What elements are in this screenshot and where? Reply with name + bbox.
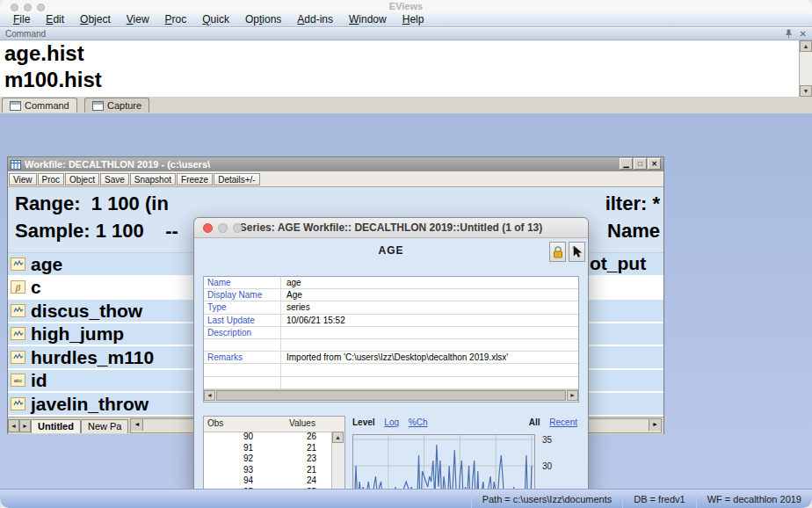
- menu-addins[interactable]: Add-ins: [289, 13, 341, 25]
- obs-row[interactable]: 9223: [204, 454, 332, 465]
- property-value: [281, 327, 578, 338]
- obs-row[interactable]: 9121: [204, 443, 332, 454]
- pointer-button[interactable]: [569, 242, 585, 262]
- command-input-area[interactable]: age.hist m100.hist ▲ ▼: [0, 40, 812, 98]
- page-tab-newpage[interactable]: New Pa: [81, 419, 129, 433]
- property-row[interactable]: [204, 364, 578, 376]
- scroll-left-icon[interactable]: ◄: [204, 390, 215, 401]
- workfile-range: Range: 1 100 (in: [15, 192, 169, 215]
- wf-toolbar-proc[interactable]: Proc: [38, 173, 65, 185]
- link-level[interactable]: Level: [352, 417, 375, 427]
- menu-view[interactable]: View: [119, 13, 157, 25]
- obs-row[interactable]: 9424: [204, 475, 332, 487]
- scroll-up-icon[interactable]: ▲: [332, 432, 344, 443]
- dialog-zoom-button[interactable]: [233, 223, 243, 233]
- property-value: [281, 377, 578, 388]
- properties-rows: NameageDisplay NameAgeTypeseriesLast Upd…: [204, 277, 578, 389]
- lock-button[interactable]: [549, 242, 566, 262]
- workfile-titlebar[interactable]: Workfile: DECALTHLON 2019 - (c:\users\ ▁…: [8, 157, 663, 171]
- obs-row[interactable]: 9321: [204, 465, 332, 476]
- workfile-toolbar: ViewProcObjectSaveSnapshotFreezeDetails+…: [8, 171, 663, 187]
- status-path[interactable]: Path = c:\users\Izz\documents: [471, 490, 623, 508]
- property-row[interactable]: Last Update10/06/21 15:52: [204, 315, 578, 327]
- wf-toolbar-details[interactable]: Details+/-: [214, 173, 260, 185]
- menu-options[interactable]: Options: [237, 13, 289, 25]
- menu-help[interactable]: Help: [395, 13, 432, 25]
- property-value: [281, 339, 578, 351]
- menu-file[interactable]: File: [5, 13, 38, 25]
- window-icon: [10, 101, 21, 111]
- pin-icon[interactable]: [785, 29, 793, 39]
- desktop-area: Workfile: DECALTHLON 2019 - (c:\users\ ▁…: [0, 113, 812, 489]
- series-object-name: AGE: [194, 244, 588, 257]
- close-icon[interactable]: ✕: [648, 158, 661, 170]
- menu-quick[interactable]: Quick: [194, 13, 237, 25]
- command-scrollbar[interactable]: ▲ ▼: [799, 40, 812, 97]
- series-icon: [11, 397, 25, 410]
- series-icon: [11, 258, 25, 271]
- partial-series-shot-put[interactable]: ot_put: [590, 253, 663, 275]
- command-line-1[interactable]: age.hist: [0, 40, 812, 67]
- value-cell: 21: [253, 443, 316, 454]
- series-properties-table[interactable]: NameageDisplay NameAgeTypeseriesLast Upd…: [203, 276, 579, 403]
- lock-icon: [553, 246, 563, 258]
- property-row[interactable]: RemarksImported from 'C:\users\Izz\Deskt…: [204, 352, 578, 364]
- link-all[interactable]: All: [529, 417, 540, 427]
- workfile-order-fragment[interactable]: Name: [607, 220, 660, 243]
- page-tab-untitled[interactable]: Untitled: [31, 419, 81, 433]
- maximize-icon[interactable]: □: [634, 158, 647, 170]
- scroll-right-icon[interactable]: ►: [567, 390, 578, 401]
- obs-row[interactable]: 9026: [204, 432, 332, 443]
- scroll-down-icon[interactable]: ▼: [800, 85, 812, 97]
- wf-toolbar-snapshot[interactable]: Snapshot: [130, 173, 176, 185]
- command-line-2[interactable]: m100.hist: [0, 67, 812, 93]
- series-icon: [11, 351, 25, 364]
- property-row[interactable]: [204, 339, 578, 352]
- scroll-up-icon[interactable]: ▲: [800, 40, 812, 52]
- property-label: Name: [204, 277, 281, 288]
- link-log[interactable]: Log: [384, 417, 399, 427]
- wf-toolbar-save[interactable]: Save: [100, 173, 129, 185]
- property-row[interactable]: [204, 377, 578, 389]
- tab-capture[interactable]: Capture: [84, 98, 149, 112]
- app-title: EViews: [0, 0, 812, 12]
- dialog-minimize-button[interactable]: [218, 223, 228, 233]
- command-tabstrip: Command Capture: [0, 97, 812, 114]
- status-wf[interactable]: WF = decalthlon 2019: [696, 490, 812, 508]
- scrollbar-thumb[interactable]: [216, 390, 566, 401]
- wf-toolbar-object[interactable]: Object: [65, 173, 99, 185]
- property-value: [281, 364, 578, 375]
- link-pch[interactable]: %Ch: [409, 417, 428, 427]
- wf-toolbar-view[interactable]: View: [9, 173, 37, 185]
- series-dialog-titlebar[interactable]: Series: AGE Workfile:: DECALTHLON 2019::…: [194, 218, 588, 238]
- menu-edit[interactable]: Edit: [38, 13, 72, 25]
- property-row[interactable]: Description: [204, 327, 578, 339]
- dialog-close-button[interactable]: [203, 223, 213, 233]
- minimize-icon[interactable]: ▁: [620, 158, 633, 170]
- properties-hscrollbar[interactable]: ◄ ►: [204, 389, 578, 402]
- series-dialog[interactable]: Series: AGE Workfile:: DECALTHLON 2019::…: [193, 217, 589, 508]
- chart-range-links: All Recent: [529, 417, 577, 427]
- wf-toolbar-freeze[interactable]: Freeze: [177, 173, 213, 185]
- menu-proc[interactable]: Proc: [157, 13, 195, 25]
- page-prev-icon[interactable]: ◄: [8, 419, 19, 432]
- property-label: Display Name: [204, 289, 281, 301]
- scroll-left-icon[interactable]: ◄: [131, 419, 143, 431]
- page-next-icon[interactable]: ►: [19, 419, 31, 432]
- property-row[interactable]: Display NameAge: [204, 289, 578, 301]
- scroll-right-icon[interactable]: ►: [649, 419, 661, 431]
- property-row[interactable]: Typeseries: [204, 301, 578, 314]
- workfile-icon: [11, 160, 21, 170]
- link-recent[interactable]: Recent: [549, 417, 577, 427]
- obs-cell: 91: [204, 443, 253, 454]
- object-name: javelin_throw: [31, 395, 149, 413]
- status-db[interactable]: DB = fredv1: [622, 490, 695, 508]
- property-row[interactable]: Nameage: [204, 277, 578, 289]
- tab-command[interactable]: Command: [2, 98, 77, 112]
- menu-object[interactable]: Object: [72, 13, 119, 25]
- value-cell: 26: [253, 432, 316, 443]
- object-name: high_jump: [31, 324, 124, 343]
- close-pane-icon[interactable]: ✕: [800, 29, 807, 39]
- property-label: Type: [204, 301, 281, 313]
- menu-window[interactable]: Window: [341, 13, 395, 25]
